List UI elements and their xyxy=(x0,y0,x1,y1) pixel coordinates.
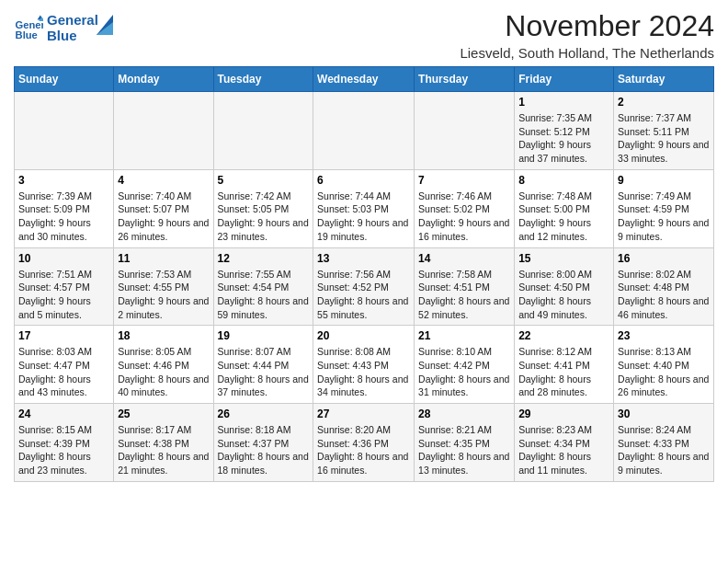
day-info: Sunrise: 7:40 AM Sunset: 5:07 PM Dayligh… xyxy=(118,190,209,244)
calendar-day-cell: 10Sunrise: 7:51 AM Sunset: 4:57 PM Dayli… xyxy=(15,247,114,326)
calendar-day-cell xyxy=(114,92,213,170)
day-info: Sunrise: 7:44 AM Sunset: 5:03 PM Dayligh… xyxy=(317,190,410,244)
calendar-day-cell: 29Sunrise: 8:23 AM Sunset: 4:34 PM Dayli… xyxy=(515,404,614,482)
title-area: November 2024 Liesveld, South Holland, T… xyxy=(460,9,714,61)
location-subtitle: Liesveld, South Holland, The Netherlands xyxy=(460,45,714,61)
day-number: 21 xyxy=(418,329,510,342)
day-info: Sunrise: 7:48 AM Sunset: 5:00 PM Dayligh… xyxy=(518,190,609,244)
day-number: 13 xyxy=(317,252,410,265)
calendar-day-cell: 4Sunrise: 7:40 AM Sunset: 5:07 PM Daylig… xyxy=(114,169,213,247)
calendar-day-cell: 1Sunrise: 7:35 AM Sunset: 5:12 PM Daylig… xyxy=(515,92,614,170)
calendar-week-row: 1Sunrise: 7:35 AM Sunset: 5:12 PM Daylig… xyxy=(15,92,714,170)
calendar-day-cell: 30Sunrise: 8:24 AM Sunset: 4:33 PM Dayli… xyxy=(614,404,714,482)
calendar-day-cell: 16Sunrise: 8:02 AM Sunset: 4:48 PM Dayli… xyxy=(614,247,714,326)
calendar-day-cell: 5Sunrise: 7:42 AM Sunset: 5:05 PM Daylig… xyxy=(213,169,313,247)
day-number: 22 xyxy=(518,329,609,342)
calendar-day-cell: 2Sunrise: 7:37 AM Sunset: 5:11 PM Daylig… xyxy=(614,92,714,170)
logo-text-blue: Blue xyxy=(47,29,98,44)
calendar-header-row: SundayMondayTuesdayWednesdayThursdayFrid… xyxy=(15,67,714,92)
calendar-day-cell: 19Sunrise: 8:07 AM Sunset: 4:44 PM Dayli… xyxy=(213,326,313,404)
calendar-day-cell: 9Sunrise: 7:49 AM Sunset: 4:59 PM Daylig… xyxy=(614,169,714,247)
day-number: 8 xyxy=(518,174,609,187)
calendar-day-cell xyxy=(15,92,114,170)
day-number: 11 xyxy=(118,252,209,265)
calendar-day-cell: 20Sunrise: 8:08 AM Sunset: 4:43 PM Dayli… xyxy=(313,326,415,404)
day-info: Sunrise: 7:53 AM Sunset: 4:55 PM Dayligh… xyxy=(118,268,209,322)
day-info: Sunrise: 8:13 AM Sunset: 4:40 PM Dayligh… xyxy=(618,345,710,399)
day-number: 25 xyxy=(118,408,209,420)
day-number: 16 xyxy=(618,252,710,265)
day-info: Sunrise: 8:24 AM Sunset: 4:33 PM Dayligh… xyxy=(618,423,710,477)
weekday-header-sunday: Sunday xyxy=(15,67,114,92)
day-number: 19 xyxy=(218,329,310,342)
day-info: Sunrise: 8:18 AM Sunset: 4:37 PM Dayligh… xyxy=(218,423,310,477)
day-number: 15 xyxy=(518,252,609,265)
day-number: 29 xyxy=(518,408,609,420)
day-number: 9 xyxy=(618,174,710,187)
day-info: Sunrise: 8:07 AM Sunset: 4:44 PM Dayligh… xyxy=(218,345,310,399)
day-info: Sunrise: 8:00 AM Sunset: 4:50 PM Dayligh… xyxy=(518,268,609,322)
day-info: Sunrise: 8:12 AM Sunset: 4:41 PM Dayligh… xyxy=(518,345,609,399)
day-info: Sunrise: 7:35 AM Sunset: 5:12 PM Dayligh… xyxy=(518,111,609,166)
day-info: Sunrise: 7:39 AM Sunset: 5:09 PM Dayligh… xyxy=(18,190,109,244)
calendar-day-cell: 24Sunrise: 8:15 AM Sunset: 4:39 PM Dayli… xyxy=(15,404,114,482)
day-number: 10 xyxy=(18,252,109,265)
calendar-day-cell: 18Sunrise: 8:05 AM Sunset: 4:46 PM Dayli… xyxy=(114,326,213,404)
day-info: Sunrise: 7:46 AM Sunset: 5:02 PM Dayligh… xyxy=(418,190,510,244)
day-info: Sunrise: 8:02 AM Sunset: 4:48 PM Dayligh… xyxy=(618,268,710,322)
day-info: Sunrise: 8:21 AM Sunset: 4:35 PM Dayligh… xyxy=(418,423,510,477)
calendar-week-row: 10Sunrise: 7:51 AM Sunset: 4:57 PM Dayli… xyxy=(15,247,714,326)
calendar-day-cell: 12Sunrise: 7:55 AM Sunset: 4:54 PM Dayli… xyxy=(213,247,313,326)
day-number: 5 xyxy=(218,174,310,187)
day-number: 6 xyxy=(317,174,410,187)
calendar-week-row: 17Sunrise: 8:03 AM Sunset: 4:47 PM Dayli… xyxy=(15,326,714,404)
calendar-day-cell xyxy=(415,92,515,170)
day-number: 7 xyxy=(418,174,510,187)
day-info: Sunrise: 7:37 AM Sunset: 5:11 PM Dayligh… xyxy=(618,111,710,166)
day-info: Sunrise: 8:03 AM Sunset: 4:47 PM Dayligh… xyxy=(18,345,109,399)
calendar-day-cell: 22Sunrise: 8:12 AM Sunset: 4:41 PM Dayli… xyxy=(515,326,614,404)
calendar-day-cell: 14Sunrise: 7:58 AM Sunset: 4:51 PM Dayli… xyxy=(415,247,515,326)
day-number: 12 xyxy=(218,252,310,265)
day-number: 20 xyxy=(317,329,410,342)
calendar-day-cell: 6Sunrise: 7:44 AM Sunset: 5:03 PM Daylig… xyxy=(313,169,415,247)
day-info: Sunrise: 8:23 AM Sunset: 4:34 PM Dayligh… xyxy=(518,423,609,477)
page-header: General Blue General Blue November 2024 … xyxy=(14,9,714,61)
calendar-day-cell: 23Sunrise: 8:13 AM Sunset: 4:40 PM Dayli… xyxy=(614,326,714,404)
calendar-day-cell xyxy=(313,92,415,170)
calendar-table: SundayMondayTuesdayWednesdayThursdayFrid… xyxy=(14,66,714,482)
logo-triangle-icon xyxy=(97,15,113,35)
weekday-header-thursday: Thursday xyxy=(415,67,515,92)
day-number: 2 xyxy=(618,96,710,109)
logo-text-general: General xyxy=(47,13,98,29)
calendar-week-row: 24Sunrise: 8:15 AM Sunset: 4:39 PM Dayli… xyxy=(15,404,714,482)
day-number: 3 xyxy=(18,174,109,187)
calendar-day-cell: 7Sunrise: 7:46 AM Sunset: 5:02 PM Daylig… xyxy=(415,169,515,247)
day-info: Sunrise: 8:20 AM Sunset: 4:36 PM Dayligh… xyxy=(317,423,410,477)
day-info: Sunrise: 7:49 AM Sunset: 4:59 PM Dayligh… xyxy=(618,190,710,244)
calendar-day-cell: 25Sunrise: 8:17 AM Sunset: 4:38 PM Dayli… xyxy=(114,404,213,482)
calendar-day-cell: 27Sunrise: 8:20 AM Sunset: 4:36 PM Dayli… xyxy=(313,404,415,482)
calendar-day-cell: 26Sunrise: 8:18 AM Sunset: 4:37 PM Dayli… xyxy=(213,404,313,482)
day-number: 30 xyxy=(618,408,710,420)
weekday-header-friday: Friday xyxy=(515,67,614,92)
weekday-header-monday: Monday xyxy=(114,67,213,92)
day-info: Sunrise: 7:55 AM Sunset: 4:54 PM Dayligh… xyxy=(218,268,310,322)
svg-text:Blue: Blue xyxy=(16,29,38,40)
calendar-day-cell: 17Sunrise: 8:03 AM Sunset: 4:47 PM Dayli… xyxy=(15,326,114,404)
logo-icon: General Blue xyxy=(14,14,43,43)
weekday-header-tuesday: Tuesday xyxy=(213,67,313,92)
day-info: Sunrise: 7:51 AM Sunset: 4:57 PM Dayligh… xyxy=(18,268,109,322)
day-number: 18 xyxy=(118,329,209,342)
calendar-day-cell: 21Sunrise: 8:10 AM Sunset: 4:42 PM Dayli… xyxy=(415,326,515,404)
day-number: 1 xyxy=(518,96,609,109)
day-info: Sunrise: 7:56 AM Sunset: 4:52 PM Dayligh… xyxy=(317,268,410,322)
day-number: 28 xyxy=(418,408,510,420)
day-info: Sunrise: 8:10 AM Sunset: 4:42 PM Dayligh… xyxy=(418,345,510,399)
weekday-header-wednesday: Wednesday xyxy=(313,67,415,92)
day-number: 27 xyxy=(317,408,410,420)
day-number: 24 xyxy=(18,408,109,420)
day-info: Sunrise: 8:08 AM Sunset: 4:43 PM Dayligh… xyxy=(317,345,410,399)
calendar-day-cell: 3Sunrise: 7:39 AM Sunset: 5:09 PM Daylig… xyxy=(15,169,114,247)
day-info: Sunrise: 7:58 AM Sunset: 4:51 PM Dayligh… xyxy=(418,268,510,322)
